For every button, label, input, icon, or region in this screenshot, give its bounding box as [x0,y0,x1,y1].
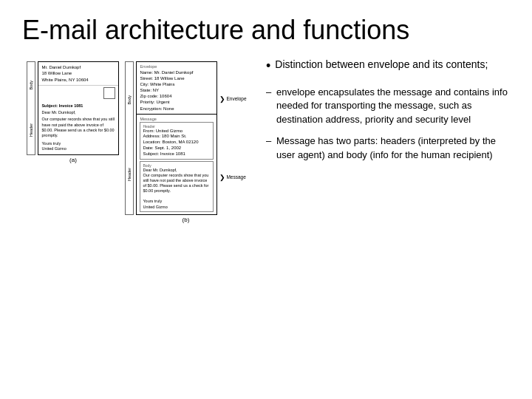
envelope-section-b: Envelope Name: Mr. Daniel Dumkopf Street… [137,62,216,115]
message-section-b: Message Header From: United Gizmo Addres… [137,115,216,214]
body-text-a: Our computer records show that you still… [41,117,115,138]
distinction-text: Distinction between envelope and its con… [275,58,488,70]
diagram-b-label: (b) [183,216,190,223]
sub-bullet-envelope-text: envelope encapsulates the message and co… [276,86,508,126]
env-city: City: White Plains [140,81,214,87]
sub-bullet-message-text: Message has two parts: headers (interpre… [276,135,496,160]
right-labels-b: ❯ Envelope ❯ Message [219,61,246,215]
envelope-fields-b: Name: Mr. Daniel Dumkopf Street: 18 Will… [140,69,214,112]
envelope-arrow-label: ❯ Envelope [219,95,246,103]
bullet-dot: • [266,58,270,75]
slide: E-mail architecture and functions Body H… [0,0,532,399]
hdr-address: Address: 180 Main St. [143,134,211,140]
sub-bullet-message: Message has two parts: headers (interpre… [266,134,510,163]
hdr-date: Date: Sept. 1, 2002 [143,146,211,151]
diagram-b: Body Header Envelope Name: Mr. Daniel Du… [125,61,246,223]
env-encryption: Encryption: None [140,106,214,112]
diagram-a: Body Header Mr. Daniel Dumkopf 18 Willow… [27,61,119,223]
stamp-area [38,86,118,100]
body-content-b: Dear Mr. Dumkopf, Our computer records s… [143,168,211,210]
content-area: Body Header Mr. Daniel Dumkopf 18 Willow… [22,58,510,384]
vert-label-header-b: Header [127,168,132,181]
body-greeting-a: Dear Mr. Dumkopf, [41,110,115,115]
envelope-label-b: Envelope [140,64,214,69]
main-bullet-container: • Distinction between envelope and its c… [266,58,510,78]
env-street: Street: 18 Willow Lane [140,75,214,81]
diagram-a-label: (a) [69,157,77,163]
env-priority: Priority: Urgent [140,99,214,105]
diagram-area: Body Header Mr. Daniel Dumkopf 18 Willow… [22,58,251,384]
diagrams-container: Body Header Mr. Daniel Dumkopf 18 Willow… [27,61,246,223]
hdr-subject: Subject: Invoice 1081 [143,151,211,157]
body-area-a: Subject: Invoice 1081 Dear Mr. Dumkopf, … [38,100,118,154]
message-arrow-label: ❯ Message [219,174,245,181]
sender-city-a: White Plains, NY 10604 [41,77,115,83]
sender-info-a: Mr. Daniel Dumkopf 18 Willow Lane White … [38,62,118,86]
vert-label-header-a: Header [29,123,33,137]
body-box-b: Body Dear Mr. Dumkopf, Our computer reco… [140,161,214,212]
subject-a: Subject: Invoice 1081 [41,103,115,109]
main-bullet-text: Distinction between envelope and its con… [275,58,488,72]
stamp [103,87,115,99]
vert-labels-b: Body Header [125,61,134,215]
slide-title: E-mail architecture and functions [22,15,510,46]
envelope-arrow-text: Envelope [226,96,246,101]
letter-a: Mr. Daniel Dumkopf 18 Willow Lane White … [38,61,119,155]
message-label-b: Message [140,117,214,121]
env-state: State: NY [140,87,214,93]
env-name: Name: Mr. Daniel Dumkopf [140,69,214,75]
sub-bullet-envelope: envelope encapsulates the message and co… [266,86,510,128]
sub-bullets-list: envelope encapsulates the message and co… [266,86,510,163]
vert-label-body-b: Body [127,95,132,105]
header-fields-b: From: United Gizmo Address: 180 Main St.… [143,129,211,157]
envelope-b-outer: Envelope Name: Mr. Daniel Dumkopf Street… [136,61,217,215]
vert-label-body-a: Body [29,81,33,90]
text-area: • Distinction between envelope and its c… [259,58,510,384]
env-zip: Zip code: 10604 [140,93,214,99]
sender-street-a: 18 Willow Lane [41,70,115,76]
message-arrow-text: Message [226,174,245,180]
hdr-location: Location: Boston, MA 02120 [143,140,211,146]
hdr-from: From: United Gizmo [143,129,211,134]
sender-name-a: Mr. Daniel Dumkopf [41,64,115,70]
header-box-b: Header From: United Gizmo Address: 180 M… [140,122,214,160]
closing-a: Yours trulyUnited Gizmo [41,141,115,151]
